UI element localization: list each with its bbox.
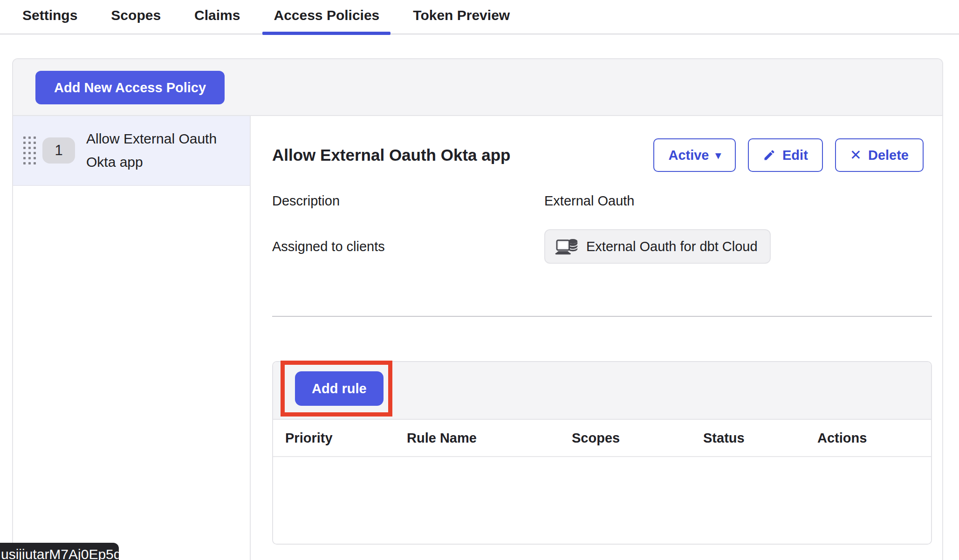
- client-chip-label: External Oauth for dbt Cloud: [586, 239, 758, 254]
- column-header-priority: Priority: [285, 430, 407, 446]
- policy-list: 1 Allow External Oauth Okta app: [13, 116, 251, 560]
- assigned-clients-row: Assigned to clients: [272, 229, 932, 264]
- add-new-access-policy-button[interactable]: Add New Access Policy: [35, 71, 225, 104]
- edit-label: Edit: [782, 148, 808, 163]
- tab-settings[interactable]: Settings: [11, 0, 89, 34]
- access-policies-card: Add New Access Policy 1 Allow External O…: [12, 58, 943, 560]
- rules-toolbar: Add rule: [273, 362, 931, 420]
- tab-claims[interactable]: Claims: [183, 0, 251, 34]
- rules-table-header: Priority Rule Name Scopes Status Actions: [273, 420, 931, 457]
- description-label: Description: [272, 193, 544, 209]
- policy-name: Allow External Oauth Okta app: [86, 127, 235, 174]
- access-policies-page: Settings Scopes Claims Access Policies T…: [0, 0, 959, 560]
- policy-title: Allow External Oauth Okta app: [272, 146, 510, 164]
- close-icon: ✕: [850, 148, 862, 162]
- tab-token-preview[interactable]: Token Preview: [402, 0, 521, 34]
- tab-scopes[interactable]: Scopes: [100, 0, 172, 34]
- add-rule-button[interactable]: Add rule: [295, 371, 384, 406]
- column-header-actions: Actions: [817, 430, 931, 446]
- rules-panel: Add rule Priority Rule Name Scopes Statu…: [272, 361, 932, 545]
- description-value: External Oauth: [544, 193, 634, 209]
- tab-access-policies[interactable]: Access Policies: [262, 0, 390, 34]
- card-header: Add New Access Policy: [13, 59, 942, 116]
- annotation-highlight-box: Add rule: [281, 361, 392, 417]
- description-row: Description External Oauth: [272, 193, 932, 209]
- policy-detail: Allow External Oauth Okta app Active ▾: [251, 116, 942, 560]
- status-dropdown-button[interactable]: Active ▾: [653, 138, 736, 172]
- delete-button[interactable]: ✕ Delete: [835, 138, 924, 172]
- rules-table-body: [273, 457, 931, 544]
- edit-button[interactable]: Edit: [748, 138, 823, 172]
- policy-actions: Active ▾ Edit ✕: [653, 138, 924, 172]
- section-divider: [272, 316, 932, 317]
- policy-priority-badge: 1: [42, 137, 75, 164]
- status-label: Active: [668, 148, 709, 163]
- delete-label: Delete: [868, 148, 909, 163]
- drag-handle-icon[interactable]: [23, 137, 36, 164]
- column-header-rule-name: Rule Name: [407, 430, 572, 446]
- column-header-status: Status: [703, 430, 817, 446]
- pencil-icon: [763, 149, 776, 162]
- column-header-scopes: Scopes: [572, 430, 703, 446]
- policy-list-item[interactable]: 1 Allow External Oauth Okta app: [13, 116, 250, 186]
- status-url-tooltip: usijiutarM7Aj0Ep5d7#: [0, 543, 119, 560]
- tab-bar: Settings Scopes Claims Access Policies T…: [0, 0, 959, 34]
- client-chip: External Oauth for dbt Cloud: [544, 229, 771, 264]
- assigned-clients-label: Assigned to clients: [272, 239, 544, 254]
- chevron-down-icon: ▾: [715, 150, 721, 161]
- computer-icon: [555, 237, 579, 256]
